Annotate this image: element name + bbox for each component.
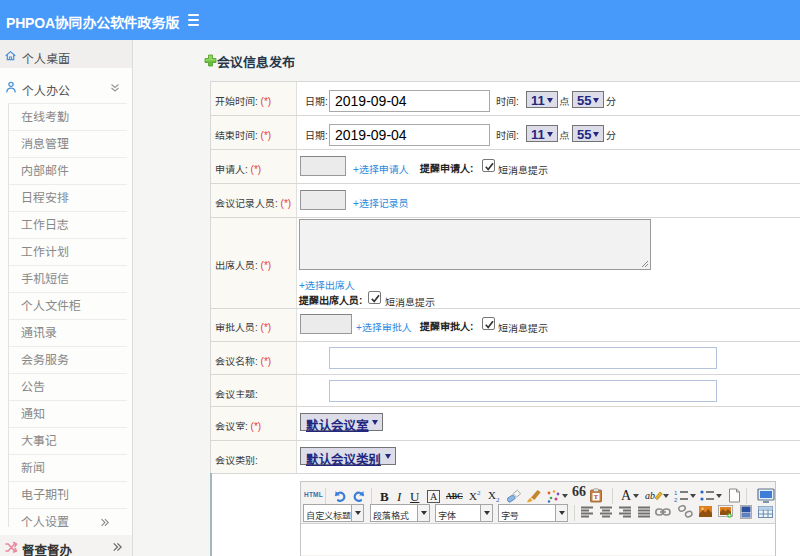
- svg-text:T: T: [594, 493, 599, 500]
- svg-text:ab: ab: [645, 490, 655, 501]
- svg-text:1: 1: [674, 490, 678, 496]
- svg-text:2: 2: [674, 497, 678, 503]
